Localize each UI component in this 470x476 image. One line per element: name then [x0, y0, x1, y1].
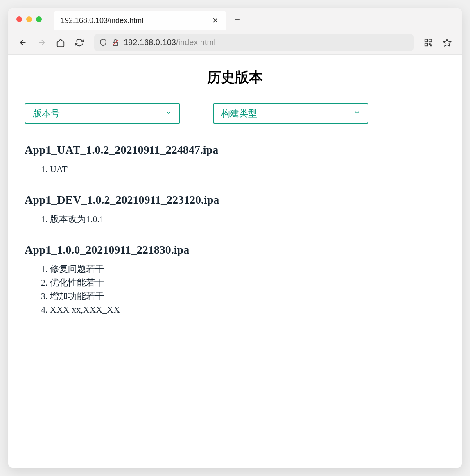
qr-code-button[interactable]	[420, 34, 436, 51]
reload-icon	[75, 38, 84, 47]
star-icon	[443, 38, 452, 47]
url-bar[interactable]: 192.168.0.103/index.html	[94, 34, 414, 51]
chevron-down-icon	[165, 109, 172, 118]
chevron-down-icon	[354, 109, 360, 118]
version-name[interactable]: App1_1.0.0_20210911_221830.ipa	[25, 243, 445, 256]
svg-rect-2	[425, 39, 427, 41]
url-path: /index.html	[176, 38, 216, 47]
page-title: 历史版本	[8, 68, 462, 87]
build-type-select[interactable]: 构建类型	[213, 103, 368, 124]
notes-list: 版本改为1.0.1	[25, 212, 445, 226]
forward-button	[34, 34, 50, 51]
version-item: App1_1.0.0_20210911_221830.ipa修复问题若干优化性能…	[8, 236, 462, 326]
version-name[interactable]: App1_DEV_1.0.2_20210911_223120.ipa	[25, 193, 445, 206]
bookmark-button[interactable]	[439, 34, 455, 51]
reload-button[interactable]	[71, 34, 88, 51]
note-item: 增加功能若干	[50, 289, 445, 303]
note-item: UAT	[50, 162, 445, 176]
svg-rect-5	[429, 43, 430, 44]
note-item: 版本改为1.0.1	[50, 212, 445, 226]
tab-title: 192.168.0.103/index.html	[61, 16, 143, 25]
notes-list: 修复问题若干优化性能若干增加功能若干XXX xx,XXX_XX	[25, 262, 445, 316]
window-maximize-button[interactable]	[36, 16, 42, 22]
browser-tab[interactable]: 192.168.0.103/index.html ×	[54, 11, 226, 30]
page-content: 历史版本 版本号 构建类型 App1_UAT_1.0.2_20210911_22…	[8, 55, 462, 468]
version-name[interactable]: App1_UAT_1.0.2_20210911_224847.ipa	[25, 143, 445, 156]
arrow-left-icon	[18, 38, 27, 47]
window-controls	[16, 16, 42, 22]
window-close-button[interactable]	[16, 16, 22, 22]
tab-close-button[interactable]: ×	[211, 15, 219, 26]
build-type-select-label: 构建类型	[221, 107, 257, 120]
home-icon	[56, 38, 65, 47]
window-minimize-button[interactable]	[26, 16, 32, 22]
notes-list: UAT	[25, 162, 445, 176]
version-select[interactable]: 版本号	[25, 103, 180, 124]
browser-window: 192.168.0.103/index.html × + 192.168.0.1…	[8, 8, 462, 468]
note-item: XXX xx,XXX_XX	[50, 303, 445, 316]
arrow-right-icon	[37, 38, 46, 47]
home-button[interactable]	[52, 34, 69, 51]
version-item: App1_DEV_1.0.2_20210911_223120.ipa版本改为1.…	[8, 186, 462, 236]
svg-rect-4	[425, 43, 427, 45]
toolbar-right	[420, 34, 455, 51]
browser-toolbar: 192.168.0.103/index.html	[8, 30, 462, 55]
svg-rect-3	[429, 39, 432, 41]
version-item: App1_UAT_1.0.2_20210911_224847.ipaUAT	[8, 136, 462, 186]
svg-marker-7	[443, 39, 451, 45]
back-button[interactable]	[15, 34, 31, 51]
filters-row: 版本号 构建类型	[8, 103, 462, 124]
new-tab-button[interactable]: +	[234, 14, 240, 25]
version-list: App1_UAT_1.0.2_20210911_224847.ipaUATApp…	[8, 136, 462, 326]
svg-rect-6	[431, 45, 432, 46]
note-item: 优化性能若干	[50, 276, 445, 289]
version-select-label: 版本号	[33, 107, 60, 120]
url-text: 192.168.0.103/index.html	[124, 38, 216, 47]
title-bar: 192.168.0.103/index.html × +	[8, 8, 462, 30]
lock-strikethrough-icon[interactable]	[111, 39, 120, 47]
shield-icon[interactable]	[99, 39, 107, 47]
url-host: 192.168.0.103	[124, 38, 176, 47]
note-item: 修复问题若干	[50, 262, 445, 276]
qr-code-icon	[424, 38, 433, 47]
